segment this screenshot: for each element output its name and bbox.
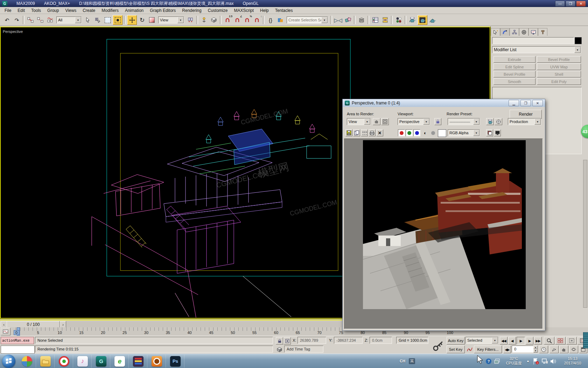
zoom-button[interactable] (544, 337, 554, 345)
selection-lock-toggle[interactable] (276, 337, 283, 345)
rectangular-selection-region-button[interactable] (103, 15, 112, 25)
close-button[interactable]: ✕ (576, 1, 586, 7)
start-button[interactable] (2, 355, 15, 368)
menu-views[interactable]: Views (62, 7, 79, 14)
blue-channel-toggle[interactable] (413, 129, 420, 136)
layer-manager-button[interactable] (357, 15, 366, 25)
tab-create[interactable] (491, 28, 500, 36)
dropdown-arrow-icon[interactable]: ▼ (473, 130, 479, 136)
curve-editor-button[interactable] (371, 15, 380, 25)
select-and-move-button[interactable] (127, 15, 137, 25)
menu-maxscript[interactable]: MAXScript (231, 7, 257, 14)
clone-rendered-frame-button[interactable] (353, 129, 360, 136)
orbit-button[interactable] (569, 346, 578, 353)
material-editor-button[interactable] (394, 15, 403, 25)
bind-to-space-warp-button[interactable] (46, 15, 55, 25)
rendered-frame-window[interactable]: G Perspective, frame 0 (1:4) ▁ ❐ ✕ Area … (342, 99, 545, 331)
viewport-label[interactable]: Perspective (3, 29, 23, 34)
selection-filter-dropdown[interactable]: All▼ (56, 16, 82, 23)
menu-graph-editors[interactable]: Graph Editors (147, 7, 179, 14)
zoom-extents-button[interactable] (566, 337, 577, 345)
unlink-selection-button[interactable] (36, 15, 45, 25)
menu-file[interactable]: File (1, 7, 14, 14)
spinner-up-icon[interactable]: ▲ (533, 346, 538, 349)
modifier-button-smooth[interactable]: Smooth (493, 78, 536, 85)
environment-effects-button[interactable] (495, 118, 502, 125)
next-frame-button[interactable]: ▶ (526, 337, 533, 345)
minimize-button[interactable]: — (555, 1, 565, 7)
menu-tentacles[interactable]: Tentacles (272, 7, 296, 14)
align-button[interactable] (343, 15, 352, 25)
select-object-button[interactable] (83, 15, 92, 25)
cpu-temperature-readout[interactable]: 32°C CPU温度 (503, 356, 525, 366)
command-panel-scrollbar[interactable] (583, 160, 587, 308)
monitor-toggle-button[interactable] (494, 129, 501, 136)
ime-language-button[interactable]: 英 (409, 358, 415, 364)
listener-input-line[interactable] (1, 346, 35, 354)
render-minimize-button[interactable]: ▁ (509, 100, 519, 106)
use-pivot-point-button[interactable] (186, 15, 195, 25)
z-coordinate-field[interactable]: 0.0cm (370, 337, 392, 344)
action-center-flag-icon[interactable]: × (533, 358, 539, 365)
tab-hierarchy[interactable] (510, 28, 519, 36)
taskbar-app-browser[interactable]: e (111, 355, 129, 368)
percent-snap-button[interactable]: % (243, 15, 252, 25)
dropdown-arrow-icon[interactable]: ▼ (492, 337, 498, 343)
key-filters-button[interactable]: Key Filters... (474, 346, 502, 353)
maximize-button[interactable]: ❐ (566, 1, 575, 7)
spinner-snap-button[interactable]: ↕ (252, 15, 261, 25)
taskbar-app-photoshop[interactable]: Ps (167, 355, 184, 368)
menu-rendering[interactable]: Rendering (179, 7, 204, 14)
edit-named-selections-button[interactable] (276, 15, 285, 25)
window-crossing-toggle[interactable] (113, 15, 122, 25)
menu-group[interactable]: Group (44, 7, 62, 14)
frame-back-button[interactable]: ‹ (1, 321, 7, 328)
zoom-all-button[interactable] (555, 337, 566, 345)
current-frame-spinner[interactable]: 0 (512, 346, 533, 353)
taskbar-app-camera[interactable] (148, 355, 166, 368)
tab-utilities[interactable] (538, 28, 547, 36)
menu-tools[interactable]: Tools (28, 7, 44, 14)
channel-display-dropdown[interactable]: RGB Alpha▼ (448, 129, 480, 136)
play-animation-button[interactable]: ▶ (517, 337, 525, 345)
taskbar-app-3dsmax[interactable]: G (92, 355, 110, 368)
auto-region-button[interactable] (381, 118, 389, 125)
monochrome-toggle[interactable]: ◐ (422, 129, 429, 136)
render-setup-mini-button[interactable] (486, 118, 494, 125)
render-button[interactable]: Render (510, 110, 542, 119)
dropdown-arrow-icon[interactable]: ▼ (534, 118, 541, 125)
x-coordinate-field[interactable]: 26380.789 (298, 337, 326, 344)
modifier-button-uvw-map[interactable]: UVW Map (537, 63, 581, 70)
edit-region-button[interactable] (373, 118, 380, 125)
key-mode-toggle[interactable]: ◀▶ (503, 346, 511, 353)
alpha-channel-toggle[interactable] (429, 129, 436, 136)
dropdown-arrow-icon[interactable]: ▼ (177, 17, 184, 23)
undo-button[interactable]: ↶ (2, 15, 12, 25)
dropdown-arrow-icon[interactable]: ▼ (364, 118, 370, 125)
dropdown-arrow-icon[interactable]: ▼ (574, 47, 581, 53)
menu-help[interactable]: Help (257, 7, 272, 14)
red-channel-toggle[interactable] (398, 129, 405, 136)
set-key-button[interactable]: Set Key (447, 346, 465, 353)
green-channel-toggle[interactable] (406, 129, 413, 136)
pan-hand-button[interactable] (559, 346, 568, 353)
menu-create[interactable]: Create (79, 7, 98, 14)
cascade-windows-icon[interactable] (494, 359, 500, 364)
taskbar-app-pinwheel[interactable] (18, 355, 36, 368)
tab-modify[interactable] (500, 28, 510, 36)
reference-coordinate-dropdown[interactable]: View▼ (158, 16, 184, 23)
select-and-rotate-button[interactable]: ↻ (138, 15, 147, 25)
render-close-button[interactable]: ✕ (532, 100, 543, 106)
select-and-scale-button[interactable] (147, 15, 156, 25)
time-configuration-button[interactable] (539, 346, 548, 353)
go-to-start-button[interactable]: ◀◀ (500, 337, 507, 345)
modifier-button-edit-poly[interactable]: Edit Poly (537, 78, 581, 85)
select-and-link-button[interactable] (26, 15, 35, 25)
absolute-offset-toggle[interactable] (284, 337, 291, 345)
object-color-swatch[interactable] (575, 37, 582, 44)
help-tray-icon[interactable]: ? (486, 359, 491, 364)
modifier-button-bevel-profile[interactable]: Bevel Profile (537, 56, 581, 63)
y-coordinate-field[interactable]: -38637.234 (334, 337, 363, 344)
go-to-end-button[interactable]: ▶▶ (534, 337, 542, 345)
select-by-name-button[interactable] (93, 15, 102, 25)
